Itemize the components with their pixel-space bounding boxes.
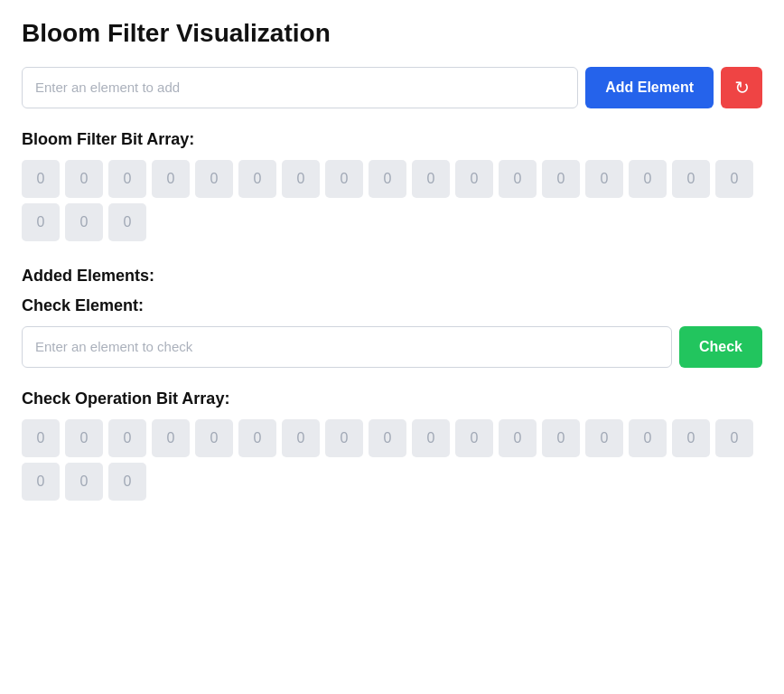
bit-cell: 0 <box>499 160 537 198</box>
check-element-row: Check <box>22 326 762 368</box>
bit-cell: 0 <box>65 463 103 501</box>
bit-cell: 0 <box>238 160 276 198</box>
check-element-label: Check Element: <box>22 296 762 315</box>
bit-cell: 0 <box>672 160 710 198</box>
bit-cell: 0 <box>542 419 580 457</box>
add-element-row: Add Element ↺ <box>22 67 762 108</box>
bit-cell: 0 <box>195 160 233 198</box>
bit-cell: 0 <box>195 419 233 457</box>
check-element-input[interactable] <box>22 326 672 368</box>
bit-cell: 0 <box>325 419 363 457</box>
bit-cell: 0 <box>715 419 753 457</box>
bit-cell: 0 <box>542 160 580 198</box>
bit-cell: 0 <box>65 203 103 241</box>
bit-cell: 0 <box>108 203 146 241</box>
bit-cell: 0 <box>369 160 406 198</box>
bit-cell: 0 <box>65 419 103 457</box>
bit-cell: 0 <box>152 419 190 457</box>
bit-cell: 0 <box>412 160 450 198</box>
check-button[interactable]: Check <box>679 326 762 368</box>
added-elements-label: Added Elements: <box>22 267 762 286</box>
bit-cell: 0 <box>629 419 667 457</box>
add-element-input[interactable] <box>22 67 578 108</box>
bit-cell: 0 <box>585 419 623 457</box>
bit-cell: 0 <box>369 419 406 457</box>
bit-cell: 0 <box>455 419 493 457</box>
bit-cell: 0 <box>65 160 103 198</box>
page-title: Bloom Filter Visualization <box>22 18 762 49</box>
bit-cell: 0 <box>585 160 623 198</box>
bit-cell: 0 <box>499 419 537 457</box>
reset-button[interactable]: ↺ <box>721 67 762 108</box>
reset-icon: ↺ <box>734 77 750 98</box>
bit-cell: 0 <box>282 160 320 198</box>
check-operation-bit-array: 00000000000000000000 <box>22 419 762 501</box>
bit-cell: 0 <box>672 419 710 457</box>
check-bit-array-label: Check Operation Bit Array: <box>22 389 762 408</box>
bit-cell: 0 <box>22 463 60 501</box>
bloom-filter-bit-array: 00000000000000000000 <box>22 160 762 241</box>
bit-cell: 0 <box>282 419 320 457</box>
bit-cell: 0 <box>108 463 146 501</box>
bit-cell: 0 <box>629 160 667 198</box>
bit-cell: 0 <box>412 419 450 457</box>
add-element-button[interactable]: Add Element <box>585 67 714 108</box>
bit-cell: 0 <box>108 419 146 457</box>
bloom-filter-label: Bloom Filter Bit Array: <box>22 130 762 149</box>
bit-cell: 0 <box>455 160 493 198</box>
bit-cell: 0 <box>22 419 60 457</box>
bit-cell: 0 <box>22 160 60 198</box>
bit-cell: 0 <box>22 203 60 241</box>
bit-cell: 0 <box>108 160 146 198</box>
bit-cell: 0 <box>238 419 276 457</box>
bit-cell: 0 <box>152 160 190 198</box>
bit-cell: 0 <box>715 160 753 198</box>
bit-cell: 0 <box>325 160 363 198</box>
